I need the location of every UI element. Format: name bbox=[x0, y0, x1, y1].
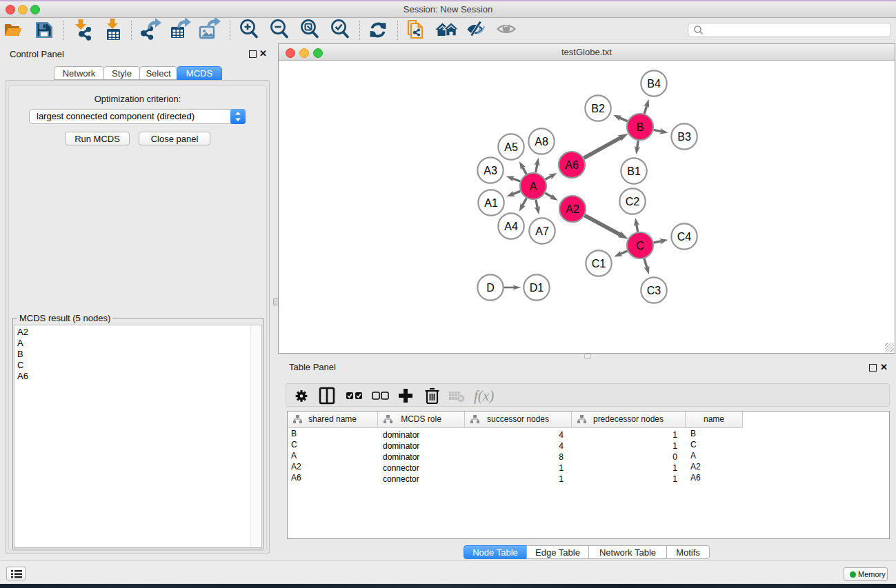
svg-text:A4: A4 bbox=[504, 221, 518, 232]
svg-text:A: A bbox=[530, 181, 537, 192]
svg-text:A2: A2 bbox=[566, 203, 579, 215]
svg-text:B1: B1 bbox=[627, 165, 641, 177]
svg-text:C: C bbox=[636, 240, 644, 252]
svg-text:C3: C3 bbox=[647, 285, 661, 296]
svg-text:D1: D1 bbox=[530, 282, 544, 294]
svg-text:B3: B3 bbox=[677, 131, 691, 143]
svg-text:C4: C4 bbox=[677, 231, 692, 243]
svg-text:A1: A1 bbox=[484, 197, 498, 209]
svg-text:C1: C1 bbox=[592, 258, 606, 270]
svg-text:A8: A8 bbox=[535, 136, 548, 148]
svg-text:C2: C2 bbox=[626, 196, 640, 207]
svg-text:A6: A6 bbox=[565, 159, 579, 171]
svg-text:B2: B2 bbox=[591, 103, 605, 114]
svg-text:D: D bbox=[486, 282, 495, 294]
svg-text:A5: A5 bbox=[504, 141, 518, 153]
svg-text:A7: A7 bbox=[535, 225, 549, 237]
svg-text:B: B bbox=[637, 121, 644, 133]
svg-text:f(x): f(x) bbox=[474, 387, 494, 404]
svg-text:B4: B4 bbox=[647, 78, 661, 90]
svg-text:A3: A3 bbox=[484, 165, 497, 176]
